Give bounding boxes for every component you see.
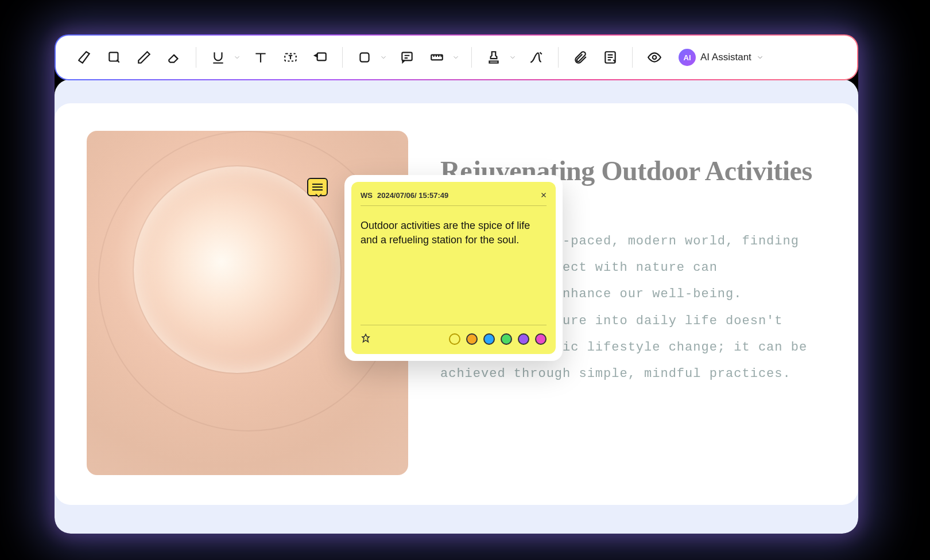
color-swatch-blue[interactable] xyxy=(483,333,495,345)
toolbar-separator xyxy=(632,47,633,68)
close-button[interactable] xyxy=(540,189,548,202)
pencil-tool[interactable] xyxy=(131,45,157,70)
divider xyxy=(361,325,547,325)
toolbar-separator xyxy=(471,47,472,68)
note-lines-icon xyxy=(312,186,323,188)
textbox-tool[interactable] xyxy=(278,45,303,70)
ai-assistant-label: AI Assistant xyxy=(700,52,751,63)
app-frame: AI AI Assistant Rejuvenating Outdoor Act… xyxy=(55,34,858,534)
pin-icon xyxy=(361,333,371,344)
color-swatch-yellow[interactable] xyxy=(449,333,460,345)
signature-tool[interactable] xyxy=(524,45,549,70)
toolbar: AI AI Assistant xyxy=(55,34,858,80)
color-swatch-orange[interactable] xyxy=(466,333,478,345)
chevron-down-icon[interactable] xyxy=(379,53,388,61)
text-tool[interactable] xyxy=(248,45,273,70)
chevron-down-icon[interactable] xyxy=(233,53,241,61)
sticky-note-text[interactable]: Outdoor activities are the spice of life… xyxy=(361,219,547,247)
document-page: Rejuvenating Outdoor Activities In today… xyxy=(55,103,858,505)
sticky-note-marker[interactable] xyxy=(307,178,328,196)
highlighter-tool[interactable] xyxy=(72,45,97,70)
sticky-note-popup: WS 2024/07/06/ 15:57:49 Outdoor activiti… xyxy=(344,175,563,361)
sticky-author: WS xyxy=(361,191,373,200)
toolbar-separator xyxy=(342,47,343,68)
sticky-note-body: WS 2024/07/06/ 15:57:49 Outdoor activiti… xyxy=(351,182,556,354)
pin-button[interactable] xyxy=(361,333,371,346)
ai-badge-icon: AI xyxy=(679,49,696,66)
stamp-tool[interactable] xyxy=(481,45,506,70)
close-icon xyxy=(540,191,548,199)
ai-assistant-button[interactable]: AI AI Assistant xyxy=(672,45,771,69)
sticky-timestamp: 2024/07/06/ 15:57:49 xyxy=(377,191,448,200)
comment-tool[interactable] xyxy=(394,45,420,70)
svg-rect-2 xyxy=(317,53,326,60)
area-highlight-tool[interactable] xyxy=(102,45,127,70)
callout-tool[interactable] xyxy=(308,45,333,70)
color-swatch-pink[interactable] xyxy=(535,333,547,345)
sticky-note-meta: WS 2024/07/06/ 15:57:49 xyxy=(361,191,547,206)
visibility-tool[interactable] xyxy=(642,45,667,70)
underline-tool[interactable] xyxy=(206,45,231,70)
shape-tool[interactable] xyxy=(352,45,377,70)
sticky-color-palette xyxy=(449,333,547,345)
color-swatch-green[interactable] xyxy=(501,333,512,345)
measure-tool[interactable] xyxy=(424,45,450,70)
chevron-down-icon[interactable] xyxy=(452,53,460,61)
eraser-tool[interactable] xyxy=(161,45,187,70)
svg-rect-0 xyxy=(109,52,118,61)
chevron-down-icon[interactable] xyxy=(509,53,517,61)
svg-point-7 xyxy=(653,56,657,60)
attachment-tool[interactable] xyxy=(568,45,593,70)
toolbar-separator xyxy=(196,47,196,68)
svg-rect-4 xyxy=(402,52,412,60)
color-swatch-purple[interactable] xyxy=(518,333,529,345)
svg-rect-3 xyxy=(360,53,369,61)
toolbar-separator xyxy=(558,47,559,68)
note-tool[interactable] xyxy=(598,45,623,70)
chevron-down-icon xyxy=(756,53,764,61)
